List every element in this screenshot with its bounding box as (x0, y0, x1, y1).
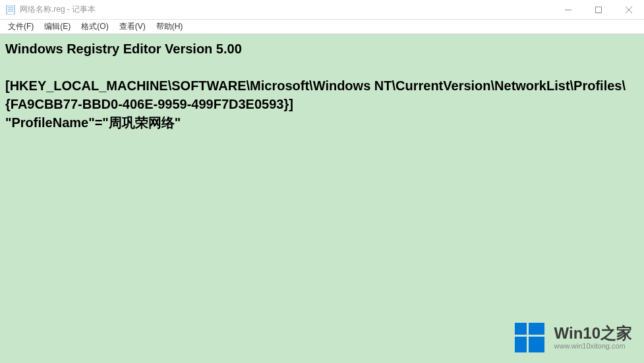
watermark-title: Win10之家 (554, 325, 632, 342)
menu-help[interactable]: 帮助(H) (151, 20, 189, 34)
editor-blank-line (5, 58, 639, 76)
window-controls (553, 0, 644, 19)
editor-text-line: [HKEY_LOCAL_MACHINE\SOFTWARE\Microsoft\W… (5, 76, 639, 113)
titlebar: 网络名称.reg - 记事本 (0, 0, 644, 20)
minimize-button[interactable] (553, 0, 583, 19)
editor-area[interactable]: Windows Registry Editor Version 5.00 [HK… (0, 34, 644, 363)
menu-view[interactable]: 查看(V) (114, 20, 151, 34)
menu-file[interactable]: 文件(F) (3, 20, 39, 34)
editor-text-line: "ProfileName"="周巩荣网络" (5, 113, 639, 132)
svg-rect-5 (596, 7, 602, 13)
watermark-text: Win10之家 www.win10xitong.com (554, 325, 632, 350)
windows-logo-icon (515, 321, 548, 354)
menu-format[interactable]: 格式(O) (76, 20, 113, 34)
maximize-button[interactable] (583, 0, 614, 19)
svg-rect-0 (7, 5, 15, 14)
close-button[interactable] (614, 0, 644, 19)
watermark: Win10之家 www.win10xitong.com (515, 321, 632, 354)
notepad-icon (5, 5, 16, 15)
editor-text-line: Windows Registry Editor Version 5.00 (5, 40, 639, 58)
menu-edit[interactable]: 编辑(E) (39, 20, 76, 34)
window-title: 网络名称.reg - 记事本 (20, 4, 553, 15)
watermark-subtitle: www.win10xitong.com (554, 342, 632, 350)
menubar: 文件(F) 编辑(E) 格式(O) 查看(V) 帮助(H) (0, 20, 644, 34)
